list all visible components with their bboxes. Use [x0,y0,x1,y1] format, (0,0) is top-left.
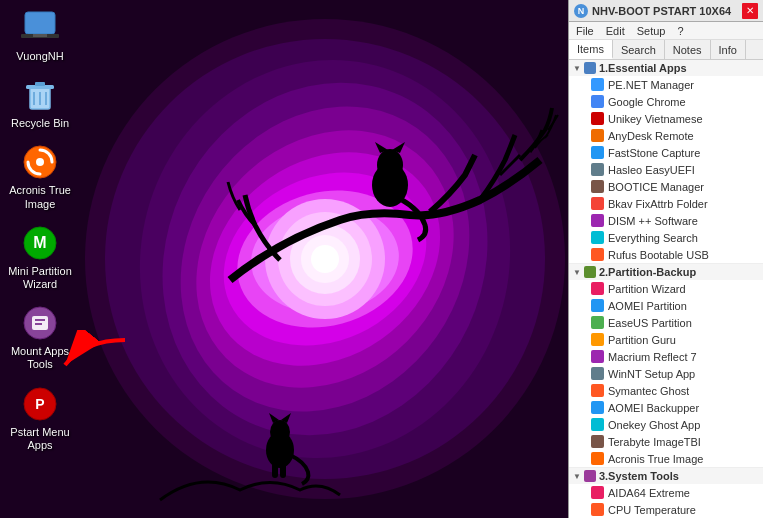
tree-item-text-1: AOMEI Partition [608,300,687,312]
tree-item-0[interactable]: Partition Wizard [569,280,763,297]
tree-item-icon-6 [591,180,604,193]
pstart-menu-icon: P [21,385,59,423]
collapse-icon-section1: ▼ [573,64,581,73]
tree-item-text-10: Rufus Bootable USB [608,249,709,261]
tree-item-7[interactable]: Bkav FixAttrb Folder [569,195,763,212]
tree-view: ▼1.Essential AppsPE.NET ManagerGoogle Ch… [569,60,763,518]
menu-edit[interactable]: Edit [604,25,627,37]
tree-item-icon-5 [591,163,604,176]
tree-item-5[interactable]: WinNT Setup App [569,365,763,382]
desktop-icon-mini-partition[interactable]: M Mini Partition Wizard [3,220,78,295]
svg-rect-15 [35,82,45,86]
tree-item-text-3: AnyDesk Remote [608,130,694,142]
desktop-icon-acronis[interactable]: Acronis True Image [3,139,78,214]
tree-item-text-10: Acronis True Image [608,453,703,465]
tree-item-icon-10 [591,248,604,261]
tab-items[interactable]: Items [569,40,613,59]
svg-point-20 [36,158,44,166]
tree-item-icon-4 [591,146,604,159]
tree-item-icon-2 [591,316,604,329]
tree-section-section2: ▼2.Partition-BackupPartition WizardAOMEI… [569,264,763,468]
tree-item-6[interactable]: Symantec Ghost [569,382,763,399]
tree-item-icon-0 [591,282,604,295]
vuongnh-icon [21,9,59,47]
tree-section-header-section3[interactable]: ▼3.System Tools [569,468,763,484]
red-arrow [55,330,135,370]
tree-item-10[interactable]: Acronis True Image [569,450,763,467]
app-content: ▼1.Essential AppsPE.NET ManagerGoogle Ch… [569,60,763,518]
tree-item-text-2: EaseUS Partition [608,317,692,329]
tree-item-text-8: DISM ++ Software [608,215,698,227]
tree-item-1[interactable]: AOMEI Partition [569,297,763,314]
tree-item-5[interactable]: Hasleo EasyUEFI [569,161,763,178]
tree-item-2[interactable]: Unikey Vietnamese [569,110,763,127]
tree-section-section1: ▼1.Essential AppsPE.NET ManagerGoogle Ch… [569,60,763,264]
vuongnh-label: VuongNH [16,50,63,63]
tree-item-3[interactable]: Partition Guru [569,331,763,348]
menu-file[interactable]: File [574,25,596,37]
tree-item-8[interactable]: Onekey Ghost App [569,416,763,433]
tree-item-7[interactable]: AOMEI Backupper [569,399,763,416]
tree-item-text-4: FastStone Capture [608,147,700,159]
section-label-section3: 3.System Tools [599,470,679,482]
close-button[interactable]: ✕ [742,3,758,19]
tree-item-text-1: Google Chrome [608,96,686,108]
tab-search[interactable]: Search [613,40,665,59]
tree-item-icon-8 [591,418,604,431]
desktop-icons-list: VuongNH Recycle Bin [0,0,80,461]
tree-item-text-9: Everything Search [608,232,698,244]
menu-help[interactable]: ? [675,25,685,37]
tree-item-0[interactable]: PE.NET Manager [569,76,763,93]
tree-item-0[interactable]: AIDA64 Extreme [569,484,763,501]
tree-item-text-0: Partition Wizard [608,283,686,295]
tree-item-1[interactable]: CPU Temperature [569,501,763,518]
tree-item-9[interactable]: Everything Search [569,229,763,246]
svg-text:M: M [33,234,46,251]
tree-item-icon-7 [591,197,604,210]
tree-item-9[interactable]: Terabyte ImageTBI [569,433,763,450]
tree-item-icon-0 [591,78,604,91]
tree-item-1[interactable]: Google Chrome [569,93,763,110]
desktop: VuongNH Recycle Bin [0,0,763,518]
tree-item-6[interactable]: BOOTICE Manager [569,178,763,195]
tree-item-text-9: Terabyte ImageTBI [608,436,701,448]
tree-item-text-5: Hasleo EasyUEFI [608,164,695,176]
menu-setup[interactable]: Setup [635,25,668,37]
tree-item-text-1: CPU Temperature [608,504,696,516]
desktop-icon-pstart-menu[interactable]: P Pstart Menu Apps [3,381,78,456]
svg-rect-26 [35,323,42,325]
tab-info[interactable]: Info [711,40,746,59]
tree-item-10[interactable]: Rufus Bootable USB [569,246,763,263]
recycle-bin-icon [21,76,59,114]
desktop-icon-vuongnh[interactable]: VuongNH [3,5,78,67]
section-dot-section2 [584,266,596,278]
app-menubar: File Edit Setup ? [569,22,763,40]
tree-item-icon-1 [591,503,604,516]
tree-item-8[interactable]: DISM ++ Software [569,212,763,229]
tree-item-icon-0 [591,486,604,499]
tree-item-icon-8 [591,214,604,227]
desktop-icon-recycle-bin[interactable]: Recycle Bin [3,72,78,134]
tree-section-header-section2[interactable]: ▼2.Partition-Backup [569,264,763,280]
app-tabs: Items Search Notes Info [569,40,763,60]
tree-item-4[interactable]: Macrium Reflect 7 [569,348,763,365]
pstart-menu-label: Pstart Menu Apps [7,426,74,452]
tree-item-2[interactable]: EaseUS Partition [569,314,763,331]
tree-item-icon-7 [591,401,604,414]
tree-section-header-section1[interactable]: ▼1.Essential Apps [569,60,763,76]
acronis-icon [21,143,59,181]
section-dot-section1 [584,62,596,74]
tree-item-icon-5 [591,367,604,380]
mount-apps-icon [21,304,59,342]
tree-item-icon-4 [591,350,604,363]
tree-item-text-5: WinNT Setup App [608,368,695,380]
tree-item-3[interactable]: AnyDesk Remote [569,127,763,144]
mini-partition-icon: M [21,224,59,262]
svg-text:P: P [35,396,44,412]
tree-item-4[interactable]: FastStone Capture [569,144,763,161]
section-label-section1: 1.Essential Apps [599,62,687,74]
tree-item-icon-3 [591,129,604,142]
tree-item-text-6: BOOTICE Manager [608,181,704,193]
tree-item-text-3: Partition Guru [608,334,676,346]
tab-notes[interactable]: Notes [665,40,711,59]
